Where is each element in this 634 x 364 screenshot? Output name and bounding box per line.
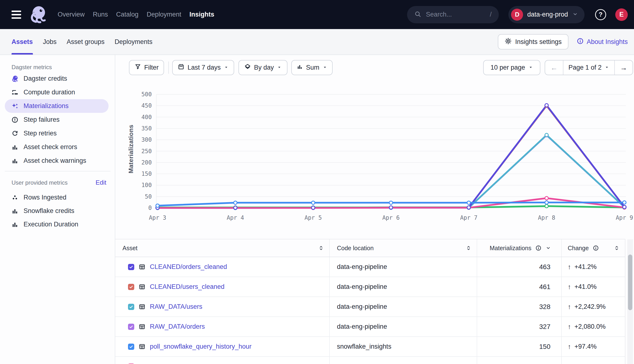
arrow-left-icon: ← — [550, 64, 558, 71]
caret-down-icon — [322, 64, 327, 71]
sort-icon — [614, 245, 620, 251]
tab-assets[interactable]: Assets — [12, 29, 33, 54]
table-row: RAW_DATA/users data-eng-pipeline 328 ↑ +… — [115, 297, 625, 317]
page-label: Page 1 of 2 — [568, 64, 602, 71]
grid-table-icon — [139, 284, 145, 290]
sidebar-item-dagster-credits[interactable]: Dagster credits — [5, 72, 108, 86]
column-header-change[interactable]: Change — [561, 240, 625, 257]
nav-link-insights[interactable]: Insights — [190, 11, 214, 18]
sidebar-item-execution-duration[interactable]: Execution Duration — [5, 218, 108, 231]
x-tick-label: Apr 3 — [149, 214, 166, 221]
info-icon — [576, 38, 584, 46]
series-checkbox[interactable] — [128, 284, 134, 290]
info-icon[interactable] — [535, 245, 542, 251]
data-point — [234, 206, 237, 209]
y-tick-label: 300 — [142, 136, 152, 143]
date-range-dropdown[interactable]: Last 7 days — [172, 60, 234, 75]
per-page-dropdown[interactable]: 10 per page — [483, 60, 540, 75]
sort-icon[interactable] — [318, 245, 324, 251]
sidebar-item-rows-ingested[interactable]: Rows Ingested — [5, 191, 108, 204]
insights-settings-button[interactable]: Insights settings — [498, 34, 568, 50]
data-point — [545, 104, 548, 107]
asset-link[interactable]: RAW_DATA/orders — [150, 323, 205, 330]
series-checkbox[interactable] — [128, 304, 134, 310]
page-select[interactable]: Page 1 of 2 — [563, 60, 614, 75]
sort-desc-icon[interactable] — [546, 245, 551, 251]
tab-jobs[interactable]: Jobs — [43, 29, 57, 54]
caret-down-icon — [277, 64, 282, 71]
primary-nav: OverviewRunsCatalogDeploymentInsights — [58, 11, 214, 18]
column-label: Code location — [337, 245, 374, 252]
sort-icon — [318, 245, 324, 251]
org-switcher[interactable]: D data-eng-prod — [508, 6, 584, 23]
tab-deployments[interactable]: Deployments — [114, 29, 152, 54]
help-button[interactable]: ? — [595, 9, 606, 20]
code-location-cell: data-eng-pipeline — [329, 317, 477, 336]
sidebar-item-step-retries[interactable]: Step retries — [5, 126, 108, 140]
column-header-materializations[interactable]: Materializations — [477, 240, 561, 257]
series-checkbox[interactable] — [128, 324, 134, 330]
column-label: Asset — [122, 245, 138, 252]
next-page-button[interactable]: → — [614, 60, 632, 75]
data-point — [623, 205, 626, 209]
sidebar-item-label: Rows Ingested — [24, 194, 66, 201]
about-insights-link[interactable]: About Insights — [576, 38, 628, 46]
table-icon — [139, 264, 145, 270]
aggregation-dropdown[interactable]: Sum — [291, 60, 332, 75]
nav-link-deployment[interactable]: Deployment — [147, 11, 181, 18]
sort-icon[interactable] — [614, 245, 620, 251]
info-icon — [535, 245, 542, 251]
user-avatar[interactable]: E — [615, 8, 628, 21]
sidebar-item-snowflake-credits[interactable]: Snowflake credits — [5, 204, 108, 218]
sort-icon[interactable] — [466, 245, 472, 251]
column-header-code-location[interactable]: Code location — [329, 240, 477, 257]
edit-metrics-link[interactable]: Edit — [96, 179, 106, 186]
series-checkbox[interactable] — [128, 264, 134, 270]
info-icon[interactable] — [593, 245, 599, 251]
search-input[interactable]: Search... / — [407, 6, 499, 23]
asset-link[interactable]: poll_snowflake_query_history_hour — [150, 343, 252, 350]
change-cell: ↑ +2,080.0% — [561, 317, 625, 336]
prev-page-button[interactable]: ← — [545, 60, 563, 75]
arrow-up-icon: ↑ — [568, 263, 571, 271]
nav-link-runs[interactable]: Runs — [93, 11, 108, 18]
series-line-cleaned-orders-cleaned — [158, 105, 624, 208]
granularity-dropdown[interactable]: By day — [238, 60, 288, 75]
alert-circle-icon — [11, 116, 18, 124]
materializations-cell: 328 — [477, 297, 561, 316]
materializations-cell: 327 — [477, 317, 561, 336]
search-icon — [414, 10, 422, 19]
series-checkbox[interactable] — [128, 344, 134, 350]
asset-link[interactable]: RAW_DATA/users — [150, 303, 202, 310]
sidebar-item-asset-check-errors[interactable]: Asset check errors — [5, 140, 108, 154]
menu-icon[interactable] — [12, 10, 21, 19]
vertical-scrollbar-thumb[interactable] — [628, 254, 632, 310]
change-cell: ↑ +2,242.9% — [561, 297, 625, 316]
tab-asset-groups[interactable]: Asset groups — [67, 29, 105, 54]
materializations-cell — [477, 357, 561, 364]
y-tick-label: 50 — [145, 193, 152, 200]
sidebar-item-compute-duration[interactable]: Compute duration — [5, 86, 108, 99]
dagster-logo[interactable] — [28, 4, 48, 25]
column-label: Materializations — [490, 245, 532, 252]
retry-icon — [11, 130, 18, 137]
change-cell: ↑ +41.0% — [561, 277, 625, 296]
sidebar-item-label: Asset check errors — [24, 143, 77, 151]
filter-button[interactable]: Filter — [129, 60, 164, 75]
sidebar-item-materializations[interactable]: Materializations — [5, 99, 108, 113]
nav-link-catalog[interactable]: Catalog — [116, 11, 138, 18]
sidebar-item-label: Execution Duration — [24, 221, 78, 228]
search-icon — [414, 10, 422, 18]
bar-chart-icon — [11, 221, 19, 228]
asset-link[interactable]: CLEANED/orders_cleaned — [150, 263, 227, 270]
retry-icon — [11, 130, 19, 137]
data-point — [623, 201, 626, 204]
column-header-asset[interactable]: Asset — [115, 240, 329, 257]
sidebar-divider — [5, 171, 110, 172]
sidebar-item-step-failures[interactable]: Step failures — [5, 113, 108, 126]
sidebar-item-asset-check-warnings[interactable]: Asset check warnings — [5, 154, 108, 168]
tab-actions: Insights settings About Insights — [498, 34, 628, 50]
asset-link[interactable]: CLEANED/users_cleaned — [150, 283, 224, 290]
nav-link-overview[interactable]: Overview — [58, 11, 85, 18]
bar-chart-icon — [296, 64, 303, 70]
